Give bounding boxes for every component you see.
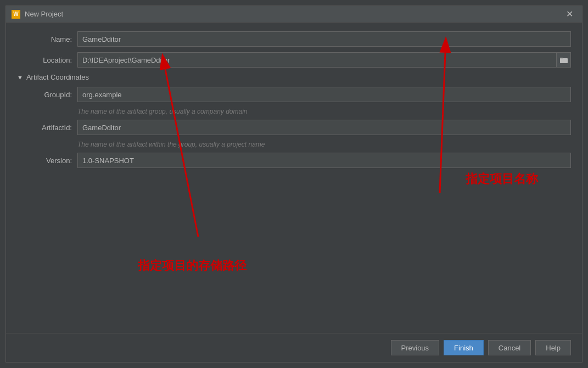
- version-label: Version:: [17, 157, 77, 165]
- groupid-input-wrapper: [77, 87, 571, 102]
- section-title: Artifact Coordinates: [26, 73, 89, 81]
- finish-button[interactable]: Finish: [444, 340, 484, 355]
- location-row: Location:: [17, 52, 571, 68]
- name-input-wrapper: [77, 31, 571, 47]
- artifact-section-header: ▼ Artifact Coordinates: [17, 73, 571, 81]
- version-input-wrapper: [77, 153, 571, 168]
- artifactid-row: ArtifactId:: [17, 120, 571, 135]
- artifactid-label: ArtifactId:: [17, 124, 77, 132]
- section-toggle[interactable]: ▼: [17, 74, 23, 81]
- location-label: Location:: [17, 56, 77, 64]
- groupid-row: GroupId:: [17, 87, 571, 102]
- cancel-button[interactable]: Cancel: [488, 340, 531, 355]
- dialog-content: Name: Location:: [6, 23, 582, 333]
- groupid-input[interactable]: [77, 87, 571, 102]
- dialog-window: W New Project ✕ Name: Location:: [5, 5, 583, 363]
- name-label: Name:: [17, 35, 77, 43]
- help-button[interactable]: Help: [535, 340, 571, 355]
- previous-button[interactable]: Previous: [391, 340, 440, 355]
- name-row: Name:: [17, 31, 571, 47]
- folder-icon: [560, 57, 568, 63]
- version-row: Version:: [17, 153, 571, 168]
- app-icon: W: [12, 10, 20, 19]
- groupid-hint: The name of the artifact group, usually …: [77, 108, 571, 115]
- artifactid-input[interactable]: [77, 120, 571, 135]
- svg-rect-2: [560, 58, 563, 59]
- artifactid-input-wrapper: [77, 120, 571, 135]
- version-input[interactable]: [77, 153, 571, 168]
- location-input-wrapper: [77, 52, 571, 68]
- browse-button[interactable]: [557, 52, 571, 68]
- name-input[interactable]: [77, 31, 571, 47]
- dialog-footer: Previous Finish Cancel Help: [6, 333, 582, 362]
- groupid-label: GroupId:: [17, 91, 77, 99]
- artifactid-hint: The name of the artifact within the grou…: [77, 141, 571, 148]
- window-title: New Project: [25, 10, 563, 18]
- close-button[interactable]: ✕: [563, 8, 576, 20]
- location-input[interactable]: [77, 52, 557, 68]
- title-bar: W New Project ✕: [6, 6, 582, 23]
